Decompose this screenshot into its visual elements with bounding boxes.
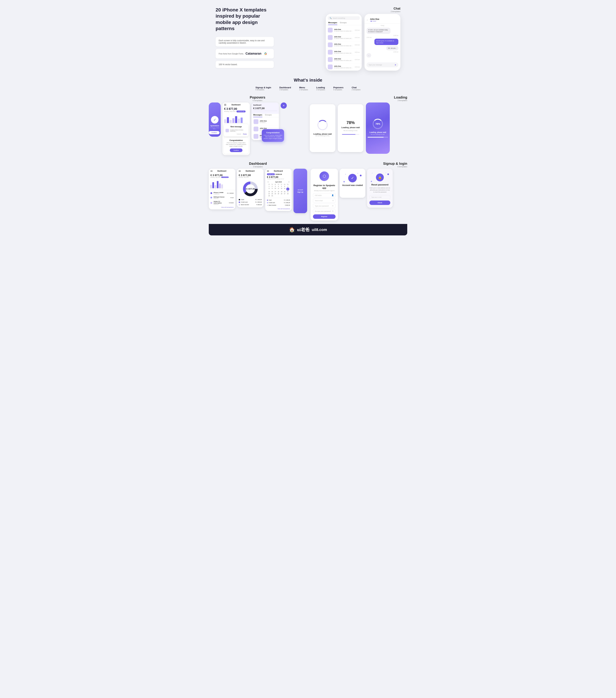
signup-label: Sign Up <box>297 191 303 193</box>
hamburger-icon[interactable] <box>267 170 269 172</box>
reset-password-phone: 🔒 Reset password Enter your e-mail addre… <box>367 169 393 208</box>
donut-legend: Cash € 1 180,00 Credit card € 1 990,00 <box>237 198 264 207</box>
check-button[interactable]: Check <box>369 200 390 205</box>
list-item[interactable]: John Doe Ut dictum libero id metus solli… <box>326 48 362 56</box>
today-cell[interactable]: 14 <box>286 187 289 191</box>
phone-title: Dashboard <box>217 170 226 172</box>
chat-tabs: Messages Groups <box>326 22 362 25</box>
tab-groups[interactable]: Groups <box>265 114 272 117</box>
dashboard-phones: Dashboard € 3 877,00 Monthly, July 2018 … <box>209 169 307 217</box>
dashboard-phone-wrap: Dashboard € 3 877,00 Monthly, July 2018 … <box>222 102 250 155</box>
legend-dot <box>239 199 240 200</box>
amount-tag: + € 3 677,81 <box>237 111 246 112</box>
next-month-btn[interactable]: ›› <box>289 181 289 183</box>
retype-password-field[interactable]: Re-type your password 👁 <box>313 209 336 213</box>
tag: + € 5 677,81 <box>221 177 229 178</box>
register-button[interactable]: Register <box>313 214 336 219</box>
loading-percent: 78% <box>347 120 355 125</box>
cancel-button[interactable]: Cancel <box>237 133 241 135</box>
view-all-link[interactable]: View all transactions <box>209 206 235 209</box>
payment-dot <box>267 202 268 203</box>
list-item[interactable]: John Doe Ut dictum libero id metus solli… <box>326 27 362 34</box>
dashboard-phone-calendar: Dashboard Credit card 02090.00 € 3 877,0… <box>265 169 292 211</box>
chat-bubbles: Hi John, are you available today for din… <box>366 28 398 58</box>
hamburger-icon[interactable] <box>239 170 241 172</box>
popup-title: New message <box>225 126 247 128</box>
feature-vector: 100 % vector based. <box>215 61 274 68</box>
transaction-sub: debitcard <box>213 204 227 205</box>
hamburger-icon[interactable] <box>210 170 212 172</box>
list-item[interactable]: John Doe Ut dictum libero id metus solli… <box>326 34 362 41</box>
tab-messages[interactable]: Messages <box>253 114 262 117</box>
google-logo <box>263 51 268 56</box>
category-name: Chat <box>352 86 361 89</box>
purple-progress-bar <box>367 137 388 138</box>
send-button[interactable]: ➤ <box>395 64 396 66</box>
message-input[interactable]: Type your message <box>368 64 393 66</box>
lock-icon: 🔒 <box>376 173 384 181</box>
purple-loading-label: Loading, please wait <box>369 131 386 133</box>
email-field[interactable]: Your e-mail ✉ <box>313 198 336 203</box>
loading-title: Loading <box>310 96 407 99</box>
bar <box>238 118 240 123</box>
page-container: 20 iPhone X templates inspired by popula… <box>205 0 411 242</box>
close-button[interactable]: ✕ <box>281 102 287 109</box>
payment-amount: € 1 180,00 <box>284 199 290 201</box>
dashboard-signup-row: Dashboard 3 templates Dashboard € 3 877,… <box>205 158 411 224</box>
purple-ring: 78% <box>373 119 383 129</box>
credit-card-tag: Credit card <box>267 173 275 175</box>
legend-dot <box>239 201 240 203</box>
monthly-label: Monthly, July 2018 <box>224 111 236 112</box>
transaction-sub: CreditCard <box>213 193 226 195</box>
monthly: Monthly, July 2018 <box>210 177 220 178</box>
confirm-button[interactable]: Confirm <box>230 149 243 152</box>
hero-features: Each screen is fully customizable, easy … <box>215 37 274 68</box>
feature-1: Each screen is fully customizable, easy … <box>215 37 274 46</box>
view-all-link[interactable]: View all transactions <box>265 207 292 211</box>
form-subtitle: Already have an account? Sign In <box>313 190 336 192</box>
loading-phone-1: Loading, please wait We are working on t… <box>310 104 335 152</box>
popup-actions: Cancel Reply <box>225 133 247 135</box>
donut-chart: € 3 877,00 <box>243 181 258 197</box>
list-item[interactable]: John Doe Ut dictum libero id metus solli… <box>326 56 362 63</box>
legend-dot <box>239 204 240 206</box>
payment-amount: € 880,00 <box>285 205 290 206</box>
online-label: Online <box>372 20 376 22</box>
list-item[interactable]: John Doe Ut dictum libero id metus solli… <box>326 63 362 71</box>
reply-button[interactable]: Reply <box>243 133 247 135</box>
chat-bubble-sent-light: OK, see you... <box>386 46 398 50</box>
banner-text: ui老爸 <box>297 227 310 233</box>
signup-section: Signup & login 5 templates ⬡ Register to… <box>307 158 407 224</box>
purple-percent: 78% <box>375 123 380 125</box>
loading-label: Loading, please wait <box>313 133 332 135</box>
check-circle: ✓ <box>348 174 357 182</box>
category-item: Chat 2 templates <box>352 86 361 91</box>
prev-month-btn[interactable]: ‹‹ <box>268 181 268 183</box>
payment-item: Cash € 1 180,00 <box>267 199 290 201</box>
chat-search-bar[interactable]: 🔍 Search something <box>328 16 360 20</box>
signup-partial-phone: account Sign Up <box>293 169 307 213</box>
dashboard-phone-bar: Dashboard € 3 877,00 Monthly, July 2018 … <box>209 169 235 209</box>
congrat-card-text: Proin in ex maximus, tempus libero vitae… <box>225 142 247 147</box>
list-item[interactable]: John Doe Ut dictum libero id metus solli… <box>326 41 362 48</box>
tab-messages[interactable]: Messages <box>328 22 337 25</box>
avatar <box>328 50 333 55</box>
list-item[interactable]: John Doe Ut dictum... <box>252 118 279 125</box>
banner-url: uil8.com <box>312 227 327 232</box>
avatar <box>328 65 333 69</box>
categories-list: Signup & login 5 templates Dashboard 3 t… <box>212 86 404 91</box>
password-field[interactable]: Type your password 👁 <box>313 204 336 208</box>
email-reset-field[interactable]: Type your e-mail <box>369 195 390 199</box>
payment-label: Bank transfer <box>269 205 276 206</box>
bar <box>229 120 232 123</box>
popovers-sub: 5 templates <box>209 99 306 101</box>
hamburger-icon[interactable] <box>224 104 226 106</box>
hero-title: 20 iPhone X templates inspired by popula… <box>215 7 274 32</box>
loading-progress-bar <box>342 134 359 135</box>
tab-groups[interactable]: Groups <box>340 22 347 25</box>
back-arrow-icon[interactable]: ‹ <box>367 19 367 21</box>
contact-name: John Doe <box>370 18 398 20</box>
fullname-field[interactable]: Full name 👤 <box>313 193 336 197</box>
confirm-phone-edge: ✓ ngratulation In venenatis, tempus libe… <box>209 102 221 137</box>
confirm-button[interactable]: Confirm <box>209 131 220 134</box>
